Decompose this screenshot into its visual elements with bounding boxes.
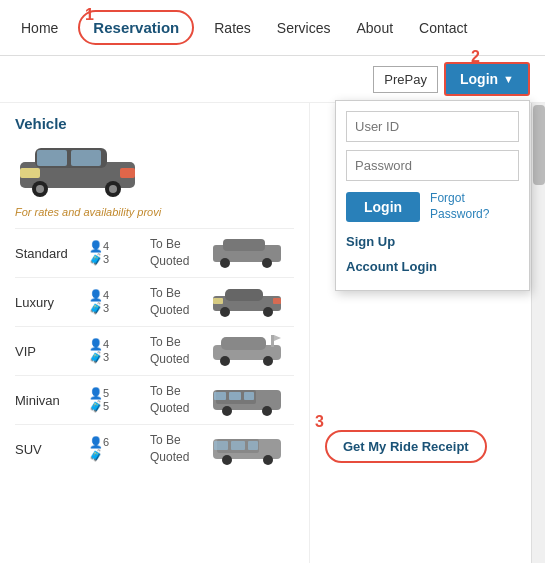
svg-point-29: [262, 406, 272, 416]
nav-links: Home Reservation Rates Services About Co…: [15, 10, 473, 45]
svg-point-17: [263, 307, 273, 317]
svg-point-28: [222, 406, 232, 416]
svg-rect-30: [214, 392, 226, 400]
user-id-input[interactable]: [346, 111, 519, 142]
vehicle-quote: To Be Quoted: [150, 285, 205, 319]
svg-rect-37: [214, 441, 228, 450]
svg-rect-19: [273, 298, 281, 304]
vehicle-row: Luxury 👤4 🧳3 To Be Quoted: [15, 277, 294, 326]
account-login-link[interactable]: Account Login: [346, 255, 519, 280]
svg-rect-31: [229, 392, 241, 400]
vehicle-quote: To Be Quoted: [150, 334, 205, 368]
nav-about[interactable]: About: [351, 16, 400, 40]
svg-point-12: [220, 258, 230, 268]
vehicle-thumbnail: [211, 431, 294, 467]
vehicle-name: SUV: [15, 442, 83, 457]
svg-rect-11: [223, 239, 265, 251]
scrollbar[interactable]: [531, 103, 545, 563]
vehicle-name: Luxury: [15, 295, 83, 310]
dropdown-login-button[interactable]: Login: [346, 192, 420, 222]
vehicle-quote: To Be Quoted: [150, 432, 205, 466]
vehicle-quote: To Be Quoted: [150, 236, 205, 270]
vehicle-capacity: 👤4 🧳3: [89, 338, 144, 364]
badge-2: 2: [471, 48, 480, 66]
svg-rect-9: [120, 168, 135, 178]
nav-reservation[interactable]: Reservation: [78, 10, 194, 45]
svg-point-22: [220, 356, 230, 366]
nav-rates[interactable]: Rates: [208, 16, 257, 40]
vehicle-capacity: 👤4 🧳3: [89, 289, 144, 315]
svg-rect-39: [248, 441, 258, 450]
navbar: 1 Home Reservation Rates Services About …: [0, 0, 545, 56]
dropdown-arrow-icon: ▼: [503, 73, 514, 85]
top-bar: 2 PrePay Login ▼ Login Forgot Password? …: [0, 56, 545, 103]
availability-note: For rates and availability provi: [15, 206, 294, 218]
svg-point-36: [263, 455, 273, 465]
vehicle-heading: Vehicle: [15, 115, 294, 132]
vehicle-row: Minivan 👤5 🧳5 To Be Quoted: [15, 375, 294, 424]
vehicle-row: Standard 👤4 🧳3 To Be Quoted: [15, 228, 294, 277]
vehicle-capacity: 👤6 🧳: [89, 436, 144, 462]
svg-marker-25: [274, 335, 281, 341]
svg-point-3: [36, 185, 44, 193]
svg-rect-15: [225, 289, 263, 301]
vehicle-main-image: [15, 140, 145, 200]
forgot-password-link[interactable]: Forgot: [430, 191, 489, 207]
left-panel: Vehicle For rates and availability provi: [0, 103, 310, 563]
login-label: Login: [460, 71, 498, 87]
svg-rect-18: [213, 298, 223, 304]
login-button[interactable]: Login ▼: [444, 62, 530, 96]
badge-1: 1: [85, 6, 94, 24]
vehicle-thumbnail: [211, 333, 294, 369]
badge-3: 3: [315, 413, 324, 431]
svg-point-5: [109, 185, 117, 193]
login-dropdown-panel: Login Forgot Password? Sign Up Account L…: [335, 100, 530, 291]
signup-links: Sign Up Account Login: [346, 230, 519, 279]
vehicle-list: Standard 👤4 🧳3 To Be Quoted Lu: [15, 228, 294, 473]
svg-point-35: [222, 455, 232, 465]
signup-link[interactable]: Sign Up: [346, 230, 519, 255]
vehicle-thumbnail: [211, 284, 294, 320]
svg-rect-7: [71, 150, 101, 166]
svg-rect-24: [271, 335, 274, 347]
vehicle-name: VIP: [15, 344, 83, 359]
login-row: Login Forgot Password?: [346, 191, 519, 222]
password-input[interactable]: [346, 150, 519, 181]
svg-point-13: [262, 258, 272, 268]
prepay-button[interactable]: PrePay: [373, 66, 438, 93]
nav-services[interactable]: Services: [271, 16, 337, 40]
vehicle-thumbnail: [211, 382, 294, 418]
svg-rect-32: [244, 392, 254, 400]
svg-rect-8: [20, 168, 40, 178]
svg-point-23: [263, 356, 273, 366]
forgot-password-link-2[interactable]: Password?: [430, 207, 489, 223]
vehicle-thumbnail: [211, 235, 294, 271]
vehicle-capacity: 👤5 🧳5: [89, 387, 144, 413]
svg-point-16: [220, 307, 230, 317]
svg-rect-6: [37, 150, 67, 166]
vehicle-row: VIP 👤4 🧳3 To Be Quoted: [15, 326, 294, 375]
get-ride-receipt-button[interactable]: Get My Ride Receipt: [325, 430, 487, 463]
vehicle-capacity: 👤4 🧳3: [89, 240, 144, 266]
svg-rect-38: [231, 441, 245, 450]
nav-home[interactable]: Home: [15, 16, 64, 40]
scrollbar-thumb[interactable]: [533, 105, 545, 185]
vehicle-name: Minivan: [15, 393, 83, 408]
vehicle-quote: To Be Quoted: [150, 383, 205, 417]
nav-contact[interactable]: Contact: [413, 16, 473, 40]
vehicle-name: Standard: [15, 246, 83, 261]
vehicle-row: SUV 👤6 🧳 To Be Quoted: [15, 424, 294, 473]
svg-rect-21: [221, 337, 266, 350]
